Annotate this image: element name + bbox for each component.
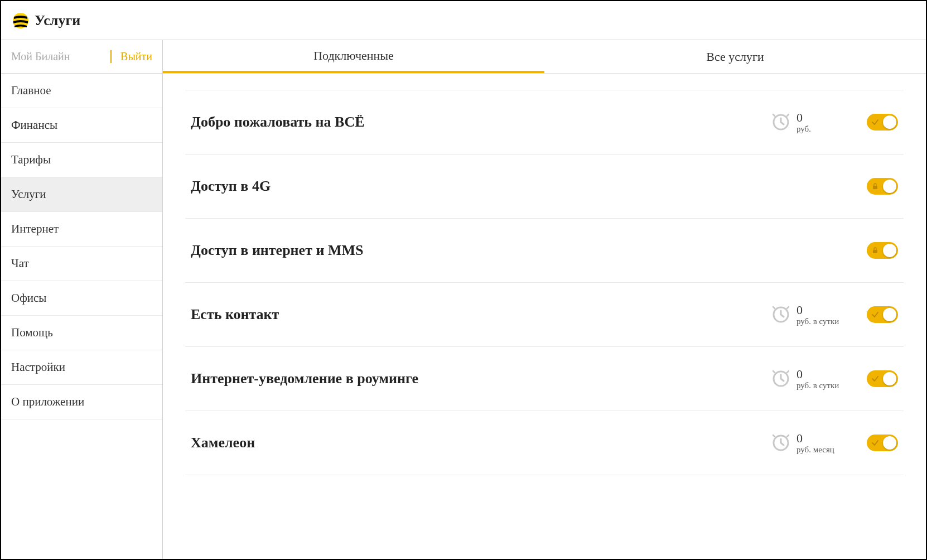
service-toggle[interactable] — [867, 114, 898, 131]
sidebar-item-label: О приложении — [11, 395, 84, 409]
sidebar-item-6[interactable]: Офисы — [1, 281, 162, 316]
sidebar: Мой Билайн Выйти ГлавноеФинансыТарифыУсл… — [1, 40, 163, 559]
app-header: Услуги — [1, 1, 926, 40]
sidebar-item-label: Офисы — [11, 291, 46, 305]
service-row: Есть контакт0руб. в сутки — [185, 283, 904, 347]
service-toggle[interactable] — [867, 435, 898, 451]
service-list: Добро пожаловать на ВСЁ0руб.Доступ в 4GД… — [163, 74, 926, 559]
price-block: 0руб. месяц — [772, 432, 850, 455]
content-area: ПодключенныеВсе услуги Добро пожаловать … — [163, 40, 926, 559]
sidebar-item-3[interactable]: Услуги — [1, 177, 162, 212]
account-label: Мой Билайн — [11, 50, 70, 63]
tabs: ПодключенныеВсе услуги — [163, 40, 926, 74]
check-icon — [871, 118, 879, 126]
price-block: 0руб. — [772, 111, 850, 134]
price-block: 0руб. в сутки — [772, 303, 850, 326]
tab-label: Подключенные — [313, 49, 394, 63]
lock-icon — [871, 182, 879, 190]
toggle-knob — [883, 115, 896, 129]
service-title[interactable]: Хамелеон — [191, 435, 772, 451]
sidebar-item-label: Помощь — [11, 326, 53, 340]
clock-icon — [772, 113, 790, 131]
tab-1[interactable]: Все услуги — [544, 40, 926, 73]
service-toggle[interactable] — [867, 370, 898, 387]
svg-rect-2 — [873, 186, 877, 189]
price-text: 0руб. в сутки — [796, 303, 839, 326]
price-unit: руб. в сутки — [796, 381, 839, 390]
price-unit: руб. месяц — [796, 445, 834, 455]
service-title[interactable]: Интернет-уведомление в роуминге — [191, 370, 772, 387]
toggle-knob — [883, 244, 896, 257]
price-unit: руб. — [796, 124, 811, 134]
lock-icon — [871, 247, 879, 254]
sidebar-item-1[interactable]: Финансы — [1, 108, 162, 143]
clock-icon — [772, 370, 790, 388]
tab-0[interactable]: Подключенные — [163, 40, 544, 73]
price-value: 0 — [796, 432, 834, 445]
check-icon — [871, 375, 879, 383]
price-value: 0 — [796, 368, 839, 381]
sidebar-item-label: Чат — [11, 257, 29, 271]
sidebar-item-2[interactable]: Тарифы — [1, 143, 162, 177]
sidebar-item-9[interactable]: О приложении — [1, 385, 162, 419]
service-row: Доступ в интернет и MMS — [185, 219, 904, 283]
clock-icon — [772, 434, 790, 452]
service-row: Интернет-уведомление в роуминге0руб. в с… — [185, 347, 904, 411]
service-title[interactable]: Добро пожаловать на ВСЁ — [191, 114, 772, 131]
sidebar-account-row: Мой Билайн Выйти — [1, 40, 162, 74]
sidebar-item-4[interactable]: Интернет — [1, 212, 162, 247]
tab-label: Все услуги — [706, 50, 764, 64]
logout-button[interactable]: Выйти — [110, 50, 152, 63]
service-toggle — [867, 178, 898, 195]
sidebar-item-label: Тарифы — [11, 153, 51, 167]
beeline-logo-icon — [12, 12, 29, 29]
sidebar-item-label: Настройки — [11, 360, 65, 374]
partial-cutoff-row — [185, 74, 904, 90]
sidebar-item-7[interactable]: Помощь — [1, 316, 162, 350]
sidebar-item-0[interactable]: Главное — [1, 74, 162, 108]
service-title[interactable]: Доступ в интернет и MMS — [191, 242, 867, 259]
service-title[interactable]: Есть контакт — [191, 306, 772, 323]
service-title[interactable]: Доступ в 4G — [191, 178, 867, 195]
sidebar-item-8[interactable]: Настройки — [1, 350, 162, 385]
service-row: Хамелеон0руб. месяц — [185, 411, 904, 475]
toggle-knob — [883, 180, 896, 193]
check-icon — [871, 311, 879, 318]
sidebar-item-label: Главное — [11, 84, 51, 98]
service-toggle — [867, 242, 898, 259]
svg-rect-3 — [873, 250, 877, 253]
clock-icon — [772, 306, 790, 324]
service-row: Доступ в 4G — [185, 155, 904, 219]
check-icon — [871, 439, 879, 447]
price-unit: руб. в сутки — [796, 317, 839, 326]
sidebar-item-label: Интернет — [11, 222, 59, 236]
price-text: 0руб. месяц — [796, 432, 834, 455]
page-title: Услуги — [35, 12, 80, 29]
price-value: 0 — [796, 303, 839, 317]
sidebar-item-5[interactable]: Чат — [1, 247, 162, 281]
toggle-knob — [883, 372, 896, 385]
toggle-knob — [883, 436, 896, 450]
price-text: 0руб. — [796, 111, 811, 134]
service-row: Добро пожаловать на ВСЁ0руб. — [185, 90, 904, 155]
sidebar-item-label: Услуги — [11, 187, 46, 201]
toggle-knob — [883, 308, 896, 321]
service-toggle[interactable] — [867, 306, 898, 323]
sidebar-item-label: Финансы — [11, 118, 57, 132]
price-value: 0 — [796, 111, 811, 124]
price-text: 0руб. в сутки — [796, 368, 839, 390]
price-block: 0руб. в сутки — [772, 368, 850, 390]
